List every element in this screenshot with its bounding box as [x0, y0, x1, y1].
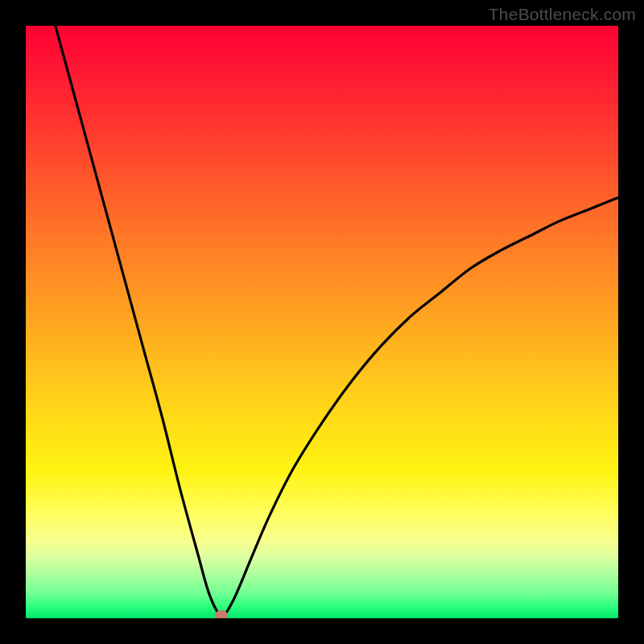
plot-area: [26, 26, 618, 618]
minimum-marker: [215, 610, 228, 618]
watermark-text: TheBottleneck.com: [489, 5, 636, 24]
bottleneck-curve: [26, 26, 618, 618]
outer-frame: TheBottleneck.com: [0, 0, 644, 644]
